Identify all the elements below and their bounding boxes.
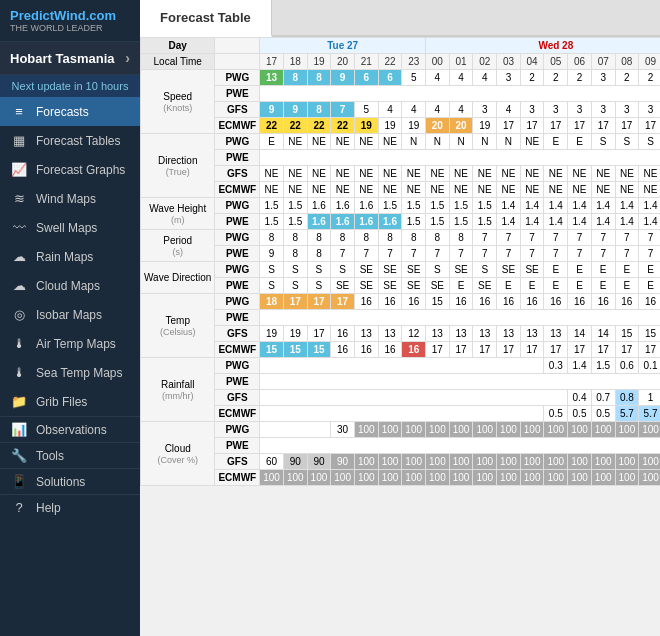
tmp-pwg-02: 16 xyxy=(473,294,497,310)
per-pwe-22: 7 xyxy=(378,246,402,262)
sidebar-item-observations[interactable]: 📊 Observations xyxy=(0,416,140,442)
wave-dir-label: Wave Direction xyxy=(141,262,215,294)
cloud-pwg-22: 100 xyxy=(378,422,402,438)
location-bar[interactable]: Hobart Tasmania › xyxy=(0,42,140,75)
wind-maps-icon: ≋ xyxy=(10,191,28,206)
rainfall-label: Rainfall(mm/hr) xyxy=(141,358,215,422)
rain-ecmwf-08: 5.7 xyxy=(615,406,639,422)
per-pwe-07: 7 xyxy=(591,246,615,262)
cloud-pwg-02: 100 xyxy=(473,422,497,438)
wave-pwg-06: 1.4 xyxy=(568,198,592,214)
cloud-ecmwf-21: 100 xyxy=(354,470,378,486)
spd-gfs-22: 4 xyxy=(378,102,402,118)
dir-gfs-row: GFS NE NE NE NE NE NE NE NE NE NE NE NE … xyxy=(141,166,661,182)
spd-ecmwf-19: 22 xyxy=(307,118,331,134)
sidebar-item-air-temp-maps[interactable]: 🌡 Air Temp Maps xyxy=(0,329,140,358)
dir-pwe-model: PWE xyxy=(215,150,260,166)
per-pwe-21: 7 xyxy=(354,246,378,262)
cloud-pwg-empty1 xyxy=(260,422,331,438)
sidebar-item-forecast-graphs[interactable]: 📈 Forecast Graphs xyxy=(0,155,140,184)
dir-ecmwf-23: NE xyxy=(402,182,426,198)
tmp-pwg-05: 16 xyxy=(544,294,568,310)
cloud-ecmwf-04: 100 xyxy=(520,470,544,486)
help-icon: ? xyxy=(10,500,28,515)
per-pwg-21: 8 xyxy=(354,230,378,246)
sidebar-label-rain-maps: Rain Maps xyxy=(36,250,93,264)
spd-gfs-08: 3 xyxy=(615,102,639,118)
sidebar-item-swell-maps[interactable]: 〰 Swell Maps xyxy=(0,213,140,242)
solutions-icon: 📱 xyxy=(10,474,28,489)
spd-ecmwf-23: 19 xyxy=(402,118,426,134)
sidebar-item-forecasts[interactable]: ≡ Forecasts xyxy=(0,97,140,126)
dir-gfs-02: NE xyxy=(473,166,497,182)
wave-pwg-00: 1.5 xyxy=(426,198,450,214)
dir-gfs-04: NE xyxy=(520,166,544,182)
sidebar-item-tools[interactable]: 🔧 Tools xyxy=(0,442,140,468)
table-container[interactable]: Day Tue 27 Wed 28 Local Time 17 18 19 20… xyxy=(140,37,660,636)
time-04: 04 xyxy=(520,54,544,70)
sidebar-label-swell-maps: Swell Maps xyxy=(36,221,97,235)
sidebar: PredictWind.com THE WORLD LEADER Hobart … xyxy=(0,0,140,636)
rain-gfs-row: GFS 0.4 0.7 0.8 1 0.9 xyxy=(141,390,661,406)
tab-bar: Forecast Table xyxy=(140,0,660,37)
wd-pwg-18: S xyxy=(283,262,307,278)
tmp-ecmwf-02: 17 xyxy=(473,342,497,358)
tab-forecast-table[interactable]: Forecast Table xyxy=(140,0,272,37)
dir-ecmwf-02: NE xyxy=(473,182,497,198)
dir-gfs-23: NE xyxy=(402,166,426,182)
tmp-ecmwf-09: 17 xyxy=(639,342,660,358)
cloud-gfs-19: 90 xyxy=(307,454,331,470)
wave-pwg-18: 1.5 xyxy=(283,198,307,214)
sidebar-item-cloud-maps[interactable]: ☁ Cloud Maps xyxy=(0,271,140,300)
isobar-maps-icon: ◎ xyxy=(10,307,28,322)
dir-ecmwf-09: NE xyxy=(639,182,660,198)
forecast-tables-icon: ▦ xyxy=(10,133,28,148)
cloud-ecmwf-22: 100 xyxy=(378,470,402,486)
tmp-ecmwf-20: 16 xyxy=(331,342,355,358)
dir-gfs-18: NE xyxy=(283,166,307,182)
dir-gfs-05: NE xyxy=(544,166,568,182)
sidebar-item-wind-maps[interactable]: ≋ Wind Maps xyxy=(0,184,140,213)
wave-pwg-09: 1.4 xyxy=(639,198,660,214)
cloud-ecmwf-row: ECMWF 100 100 100 100 100 100 100 100 10… xyxy=(141,470,661,486)
sidebar-label-isobar-maps: Isobar Maps xyxy=(36,308,102,322)
cloud-gfs-09: 100 xyxy=(639,454,660,470)
wave-pwe-06: 1.4 xyxy=(568,214,592,230)
per-pwg-18: 8 xyxy=(283,230,307,246)
location-name: Hobart Tasmania xyxy=(10,51,115,66)
dir-pwg-20: NE xyxy=(331,134,355,150)
sidebar-item-solutions[interactable]: 📱 Solutions xyxy=(0,468,140,494)
cloud-ecmwf-19: 100 xyxy=(307,470,331,486)
cloud-gfs-00: 100 xyxy=(426,454,450,470)
cloud-ecmwf-06: 100 xyxy=(568,470,592,486)
rain-pwg-09: 0.1 xyxy=(639,358,660,374)
spd-ecmwf-00: 20 xyxy=(426,118,450,134)
forecast-graphs-icon: 📈 xyxy=(10,162,28,177)
sidebar-item-help[interactable]: ? Help xyxy=(0,494,140,520)
spd-pwg-17: 13 xyxy=(260,70,284,86)
wave-height-label: Wave Height(m) xyxy=(141,198,215,230)
dir-gfs-01: NE xyxy=(449,166,473,182)
wave-pwe-model: PWE xyxy=(215,214,260,230)
tmp-pwe-empty xyxy=(260,310,660,326)
per-pwg-00: 8 xyxy=(426,230,450,246)
sidebar-item-sea-temp-maps[interactable]: 🌡 Sea Temp Maps xyxy=(0,358,140,387)
sidebar-item-forecast-tables[interactable]: ▦ Forecast Tables xyxy=(0,126,140,155)
cloud-maps-icon: ☁ xyxy=(10,278,28,293)
wave-pwg-08: 1.4 xyxy=(615,198,639,214)
wd-pwg-03: SE xyxy=(497,262,521,278)
sidebar-item-rain-maps[interactable]: ☁ Rain Maps xyxy=(0,242,140,271)
sidebar-item-grib-files[interactable]: 📁 Grib Files xyxy=(0,387,140,416)
spd-ecmwf-06: 17 xyxy=(568,118,592,134)
wed-header: Wed 28 xyxy=(426,38,660,54)
sidebar-label-grib-files: Grib Files xyxy=(36,395,87,409)
tmp-pwg-01: 16 xyxy=(449,294,473,310)
sidebar-label-forecast-graphs: Forecast Graphs xyxy=(36,163,125,177)
tmp-ecmwf-06: 17 xyxy=(568,342,592,358)
sidebar-item-isobar-maps[interactable]: ◎ Isobar Maps xyxy=(0,300,140,329)
tmp-ecmwf-18: 15 xyxy=(283,342,307,358)
wd-pwg-19: S xyxy=(307,262,331,278)
dir-pwg-09: S xyxy=(639,134,660,150)
forecasts-icon: ≡ xyxy=(10,104,28,119)
tmp-gfs-21: 13 xyxy=(354,326,378,342)
